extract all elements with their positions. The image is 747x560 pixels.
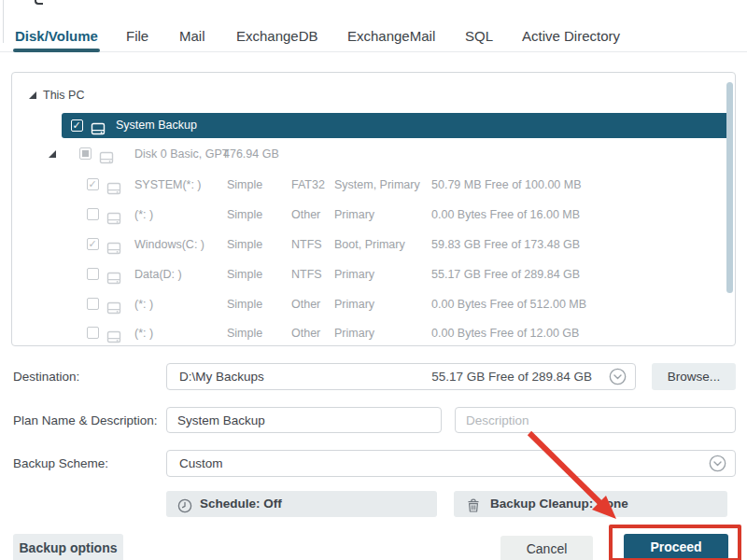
partition-checkbox[interactable] bbox=[87, 268, 99, 280]
disk-icon bbox=[106, 238, 121, 264]
table-row[interactable]: Windows(C: ) Simple NTFS Boot, Primary 5… bbox=[12, 231, 735, 258]
tab-file[interactable]: File bbox=[126, 28, 148, 44]
cancel-button[interactable]: Cancel bbox=[500, 536, 593, 560]
chevron-down-icon[interactable] bbox=[609, 368, 627, 388]
proceed-button[interactable]: Proceed bbox=[624, 534, 728, 560]
partition-free: 0.00 Bytes Free of 512.00 MB bbox=[431, 291, 586, 317]
table-row[interactable]: (*: ) Simple Other Primary 0.00 Bytes Fr… bbox=[12, 291, 735, 317]
window-left-border bbox=[3, 0, 4, 43]
partition-layout: Simple bbox=[227, 291, 262, 317]
table-row[interactable]: SYSTEM(*: ) Simple FAT32 System, Primary… bbox=[12, 172, 735, 198]
backup-scheme-value: Custom bbox=[179, 451, 223, 476]
backup-cleanup-label: Backup Cleanup: None bbox=[490, 491, 628, 517]
tree-row-disk0[interactable]: Disk 0 Basic, GPT 476.94 GB bbox=[12, 141, 735, 167]
tab-exchangedb[interactable]: ExchangeDB bbox=[236, 28, 318, 44]
browse-button[interactable]: Browse... bbox=[652, 363, 736, 390]
disk-icon bbox=[99, 147, 114, 174]
partition-fs: NTFS bbox=[291, 261, 322, 287]
tree-row-this-pc[interactable]: This PC bbox=[12, 82, 735, 108]
plan-name-label: Plan Name & Description: bbox=[13, 413, 158, 427]
description-input[interactable] bbox=[455, 407, 736, 433]
backup-cleanup-button[interactable]: Backup Cleanup: None bbox=[454, 491, 727, 517]
tree-node-label: Disk 0 Basic, GPT bbox=[134, 141, 229, 167]
partition-name: SYSTEM(*: ) bbox=[134, 172, 202, 198]
schedule-button[interactable]: Schedule: Off bbox=[166, 491, 437, 517]
partition-layout: Simple bbox=[227, 261, 262, 287]
tab-mail[interactable]: Mail bbox=[179, 28, 205, 44]
partition-layout: Simple bbox=[227, 231, 262, 258]
tab-sql[interactable]: SQL bbox=[465, 28, 493, 44]
schedule-label: Schedule: Off bbox=[200, 491, 282, 517]
partition-flags: Primary bbox=[334, 320, 374, 346]
expand-triangle-icon[interactable] bbox=[49, 150, 56, 158]
tree-node-label: System Backup bbox=[116, 113, 197, 138]
disk0-checkbox[interactable] bbox=[79, 147, 92, 160]
partition-free: 59.83 GB Free of 173.48 GB bbox=[431, 231, 580, 258]
expand-triangle-icon[interactable] bbox=[29, 91, 36, 99]
backup-scheme-label: Backup Scheme: bbox=[13, 456, 108, 470]
clock-icon bbox=[177, 497, 192, 523]
volume-tree-panel: This PC System Backup Disk 0 Basic, GPT … bbox=[11, 72, 736, 346]
disk-icon bbox=[106, 208, 121, 234]
partition-name: (*: ) bbox=[134, 320, 153, 346]
partition-free: 0.00 Bytes Free of 12.00 GB bbox=[431, 320, 579, 346]
partition-checkbox[interactable] bbox=[87, 298, 99, 310]
partition-fs: Other bbox=[291, 291, 320, 317]
partition-fs: NTFS bbox=[291, 231, 322, 258]
partition-flags: System, Primary bbox=[334, 172, 420, 198]
partition-flags: Primary bbox=[334, 202, 374, 228]
tree-scrollbar[interactable] bbox=[726, 82, 733, 293]
tabbar-divider bbox=[0, 51, 747, 52]
table-row[interactable]: (*: ) Simple Other Primary 0.00 Bytes Fr… bbox=[12, 202, 735, 228]
partition-checkbox[interactable] bbox=[87, 327, 99, 339]
trash-icon bbox=[466, 497, 481, 523]
partition-free: 0.00 Bytes Free of 16.00 MB bbox=[431, 202, 580, 228]
disk-icon bbox=[106, 327, 121, 346]
table-row[interactable]: Data(D: ) Simple NTFS Primary 55.17 GB F… bbox=[12, 261, 735, 287]
tab-exchangemail[interactable]: ExchangeMail bbox=[347, 28, 435, 44]
partition-flags: Boot, Primary bbox=[334, 231, 405, 258]
plan-name-input[interactable] bbox=[166, 407, 442, 433]
tab-active-directory[interactable]: Active Directory bbox=[522, 28, 620, 44]
tree-node-label: This PC bbox=[43, 82, 84, 108]
tab-disk-volume[interactable]: Disk/Volume bbox=[15, 28, 98, 44]
clipped-title-text bbox=[35, 0, 43, 5]
destination-free-space: 55.17 GB Free of 289.84 GB bbox=[431, 364, 592, 389]
disk-icon bbox=[106, 178, 121, 204]
partition-layout: Simple bbox=[227, 202, 262, 228]
partition-checkbox[interactable] bbox=[87, 178, 99, 190]
partition-layout: Simple bbox=[227, 320, 262, 346]
partition-free: 50.79 MB Free of 100.00 MB bbox=[431, 172, 582, 198]
partition-name: (*: ) bbox=[134, 291, 153, 317]
tree-row-system-backup[interactable]: System Backup bbox=[62, 113, 730, 138]
destination-combobox[interactable]: D:\My Backups 55.17 GB Free of 289.84 GB bbox=[166, 363, 636, 390]
destination-label: Destination: bbox=[13, 370, 79, 384]
disk-icon bbox=[106, 268, 121, 294]
partition-flags: Primary bbox=[334, 261, 374, 287]
partition-fs: Other bbox=[291, 202, 320, 228]
active-tab-underline bbox=[13, 49, 100, 52]
partition-name: (*: ) bbox=[134, 202, 153, 228]
system-backup-checkbox[interactable] bbox=[71, 119, 83, 132]
backup-options-button[interactable]: Backup options bbox=[13, 534, 123, 560]
backup-scheme-dropdown[interactable]: Custom bbox=[166, 450, 736, 477]
partition-checkbox[interactable] bbox=[87, 238, 99, 250]
partition-layout: Simple bbox=[227, 172, 262, 198]
partition-fs: FAT32 bbox=[291, 172, 325, 198]
table-row[interactable]: (*: ) Simple Other Primary 0.00 Bytes Fr… bbox=[12, 320, 735, 346]
chevron-down-icon[interactable] bbox=[709, 455, 726, 475]
destination-value: D:\My Backups bbox=[179, 364, 264, 389]
partition-free: 55.17 GB Free of 289.84 GB bbox=[431, 261, 580, 287]
partition-checkbox[interactable] bbox=[87, 208, 99, 220]
partition-fs: Other bbox=[291, 320, 320, 346]
partition-name: Windows(C: ) bbox=[134, 231, 204, 258]
disk-size: 476.94 GB bbox=[223, 141, 279, 167]
partition-name: Data(D: ) bbox=[134, 261, 182, 287]
partition-flags: Primary bbox=[334, 291, 374, 317]
